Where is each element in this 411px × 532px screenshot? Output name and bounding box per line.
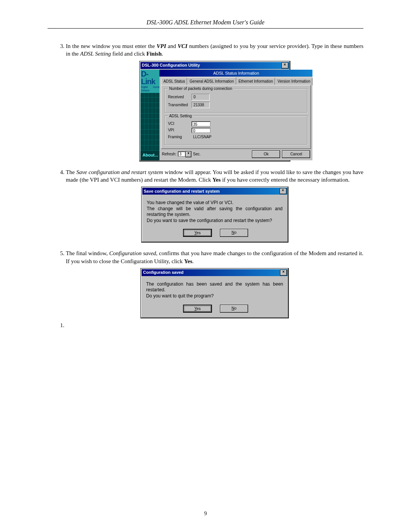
- save-config-term: Save configuration and restart system: [76, 169, 163, 175]
- vci-input[interactable]: 35: [191, 121, 210, 126]
- config-saved-dialog: Configuration saved × The configuration …: [140, 268, 289, 318]
- save-dlg-line1: You have changed the value of VPI or VCI…: [147, 200, 283, 206]
- save-config-title: Save configuration and restart system: [144, 189, 220, 194]
- config-saved-titlebar[interactable]: Configuration saved ×: [142, 269, 288, 276]
- saved-dlg-line1: The configuration has been saved and the…: [146, 281, 283, 293]
- config-sidebar: D-Link Digital Home Division About...: [140, 70, 160, 160]
- page-header-title: DSL-300G ADSL Ethernet Modem User's Guid…: [48, 19, 363, 29]
- tabs: ADSL Status General ADSL Information Eth…: [159, 77, 312, 85]
- pcb-art: [140, 93, 160, 150]
- step-3: In the new window you must enter the VPI…: [66, 42, 363, 161]
- tab-version-info[interactable]: Version Information: [275, 78, 312, 86]
- step3-text-i: .: [162, 51, 163, 57]
- step3-text-a: In the new window you must enter the: [66, 43, 157, 49]
- step-4: The Save configuration and restart syste…: [66, 168, 363, 243]
- save-config-titlebar[interactable]: Save configuration and restart system ×: [142, 188, 287, 195]
- vpi-input[interactable]: 0: [191, 128, 210, 133]
- close-icon[interactable]: ×: [280, 188, 287, 194]
- chevron-down-icon[interactable]: ▼: [185, 151, 191, 157]
- adsl-setting-groupbox: ADSL Setting VCI 35 VPI 0: [164, 116, 307, 145]
- received-value: 0: [191, 94, 210, 101]
- refresh-label: Refresh:: [162, 152, 176, 157]
- cancel-button[interactable]: Cancel: [282, 150, 310, 158]
- vci-term: VCI: [178, 43, 188, 49]
- brand-subtitle: Digital Home Division: [140, 85, 160, 93]
- transmitted-label: Transmitted: [168, 102, 191, 108]
- config-window-titlebar[interactable]: DSL-300 Configuration Utility ×: [140, 62, 289, 69]
- vpi-label: VPI: [168, 128, 191, 133]
- about-link[interactable]: About...: [140, 151, 160, 160]
- save-dlg-line3: Do you want to save the configuration an…: [147, 218, 283, 224]
- tab-ethernet-info[interactable]: Ethernet Information: [236, 78, 276, 86]
- sec-label: Sec.: [193, 152, 201, 157]
- tab-adsl-status[interactable]: ADSL Status: [161, 78, 187, 86]
- yes-button[interactable]: Yes: [183, 305, 212, 313]
- step3-text-c: and: [166, 43, 178, 49]
- no-button[interactable]: No: [220, 305, 248, 313]
- page-number: 9: [0, 511, 411, 517]
- step4-text-e: if you have correctly entered the necess…: [221, 177, 350, 183]
- step4-text-a: The: [66, 169, 76, 175]
- step-1-empty: [66, 321, 363, 327]
- close-icon[interactable]: ×: [282, 62, 288, 69]
- framing-value: LLC/SNAP: [191, 134, 213, 140]
- config-saved-title: Configuration saved: [143, 270, 183, 275]
- save-dlg-line2: The change will be valid after saving th…: [147, 206, 283, 218]
- yes-term-2: Yes: [184, 258, 193, 264]
- brand-logo: D-Link: [140, 70, 160, 85]
- saved-dlg-line2: Do you want to quit the program?: [146, 293, 283, 299]
- step5-text-e: .: [192, 258, 194, 264]
- received-label: Received: [168, 94, 191, 100]
- vci-label: VCI: [168, 121, 191, 126]
- adsl-setting-groupbox-title: ADSL Setting: [168, 113, 193, 119]
- packets-groupbox: Number of packets during connection Rece…: [164, 88, 307, 113]
- yes-term: Yes: [212, 177, 221, 183]
- adsl-status-header: ADSL Status Information: [159, 70, 312, 77]
- step3-text-g: field and click: [111, 51, 146, 57]
- save-config-dialog: Save configuration and restart system × …: [141, 187, 288, 243]
- no-button[interactable]: No: [220, 229, 248, 237]
- vpi-term: VPI: [157, 43, 166, 49]
- framing-label: Framing: [168, 134, 191, 140]
- step5-text-a: The final window,: [66, 250, 109, 256]
- tab-general-adsl-info[interactable]: General ADSL Information: [187, 77, 236, 85]
- yes-button[interactable]: Yes: [183, 229, 212, 237]
- step-5: The final window, Configuration saved, c…: [66, 249, 363, 318]
- finish-term: Finish: [147, 51, 162, 57]
- ok-button[interactable]: Ok: [252, 150, 280, 158]
- adsl-setting-term: ADSL Setting: [80, 51, 111, 57]
- config-window-title: DSL-300 Configuration Utility: [142, 62, 200, 68]
- configuration-saved-term: Configuration saved: [109, 250, 156, 256]
- refresh-input[interactable]: 3: [178, 151, 185, 157]
- transmitted-value: 21338: [191, 102, 210, 109]
- config-utility-window: DSL-300 Configuration Utility × D-Link D…: [139, 61, 290, 161]
- packets-groupbox-title: Number of packets during connection: [168, 86, 233, 91]
- close-icon[interactable]: ×: [280, 270, 287, 276]
